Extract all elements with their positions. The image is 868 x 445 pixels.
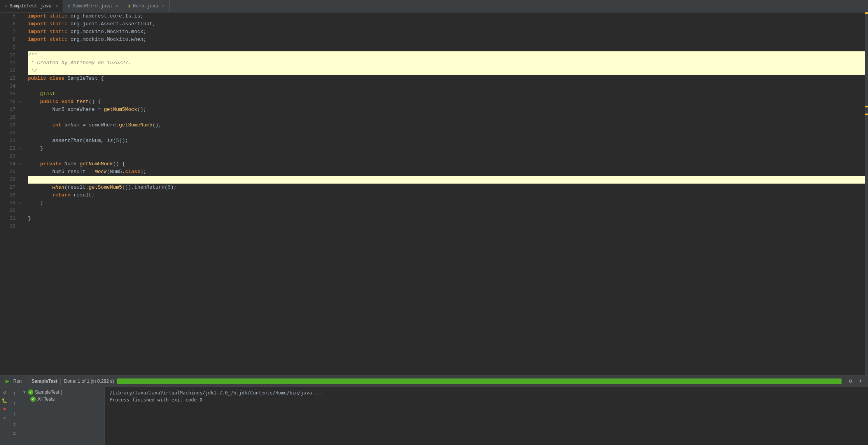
tab-close-somewhere[interactable]: × (116, 4, 119, 9)
line-num-31: 31 (0, 215, 16, 223)
code-line-23 (28, 152, 868, 160)
code-line-28: return result; (28, 191, 868, 199)
code-line-19: int anNum = someWhere.getSomeNum5(); (28, 121, 868, 129)
line-num-29: 29 (0, 199, 16, 207)
output-line-2: Process finished with exit code 0 (110, 397, 863, 403)
fold-arrow-16[interactable]: ▽ (19, 98, 25, 106)
line-num-12: 12 (0, 67, 16, 75)
line-num-13: 13 (0, 75, 16, 82)
line-num-5: 5 (0, 12, 16, 20)
left-icons-column: ↺ 🐛 ■ ✕ (0, 387, 9, 445)
panel-run-label: Run (13, 378, 22, 384)
code-line-8: import static org.mockito.Mockito.when; (28, 36, 868, 44)
tree-triangle-sampletest: ▼ (23, 390, 26, 394)
line-num-16: 16 (0, 98, 16, 106)
line-num-26: 26 (0, 176, 16, 184)
editor-area: 5 6 7 8 9 10 11 12 13 14 15 16 17 18 19 … (0, 12, 868, 375)
test-tree-content: ▼ ✓ SampleTest ( ✓ All Tests (19, 387, 105, 445)
progress-section: Done: 1 of 1 (in 0.282 s) (64, 378, 845, 384)
line-num-8: 8 (0, 36, 16, 44)
tab-close-num5[interactable]: × (162, 4, 165, 9)
gear-button[interactable]: ⚙ (846, 377, 855, 385)
code-line-14 (28, 82, 868, 90)
line-num-17: 17 (0, 106, 16, 114)
nav-arrows-col: ↕ ↑ ↓ ⇕ ≡ (9, 387, 19, 445)
run-icon[interactable]: ▶ (3, 377, 12, 385)
progress-bar-inner (117, 378, 842, 384)
line-numbers: 5 6 7 8 9 10 11 12 13 14 15 16 17 18 19 … (0, 12, 19, 375)
code-content[interactable]: import static org.hamcrest.core.Is.is; i… (25, 12, 868, 375)
output-line-1: /Library/Java/JavaVirtualMachines/jdk1.7… (110, 390, 863, 396)
code-line-30 (28, 207, 868, 215)
close-panel-icon[interactable]: ✕ (1, 414, 8, 421)
panel-left-section: ↕ ↑ ↓ ⇕ ≡ ▼ ✓ SampleTest ( ✓ All Tests (9, 387, 105, 445)
fold-gutter: ▽ ▷ ▽ ▷ (19, 12, 25, 375)
progress-bar (117, 378, 842, 384)
gutter-mark-line11 (865, 114, 868, 115)
code-line-7: import static org.mockito.Mockito.mock; (28, 28, 868, 36)
fold-close-29[interactable]: ▷ (19, 199, 25, 207)
tree-item-sampletest[interactable]: ▼ ✓ SampleTest ( (19, 389, 105, 396)
stop-icon[interactable]: ■ (1, 406, 8, 413)
fold-arrow-24[interactable]: ▽ (19, 160, 25, 168)
tab-bar: ✓ SampleTest.java × C SomeWhere.java × I… (0, 0, 868, 12)
code-container: 5 6 7 8 9 10 11 12 13 14 15 16 17 18 19 … (0, 12, 868, 375)
tree-item-alltests[interactable]: ✓ All Tests (19, 396, 105, 403)
nav-up-btn[interactable]: ↑ (10, 399, 19, 408)
tab-close-sample[interactable]: × (56, 4, 58, 9)
gutter-mark-top (865, 12, 868, 14)
code-line-12: */ (28, 67, 868, 75)
test-tree: ▼ ✓ SampleTest ( ✓ All Tests (19, 387, 105, 445)
line-num-7: 7 (0, 28, 16, 36)
tree-label-sampletest: SampleTest ( (35, 389, 62, 395)
line-num-21: 21 (0, 137, 16, 145)
line-num-22: 22 (0, 145, 16, 152)
right-gutter (865, 12, 868, 375)
rerun-icon[interactable]: ↺ (1, 389, 8, 396)
toolbar-sep-1 (28, 378, 28, 385)
line-num-6: 6 (0, 20, 16, 28)
line-num-15: 15 (0, 90, 16, 98)
line-num-11: 11 (0, 59, 16, 67)
fold-close-22[interactable]: ▷ (19, 145, 25, 152)
line-num-32: 32 (0, 223, 16, 230)
status-text: Done: 1 of 1 (in 0.282 s) (64, 378, 114, 384)
line-num-24: 24 (0, 160, 16, 168)
tab-icon-sample: ✓ (5, 4, 7, 9)
debug-icon[interactable]: 🐛 (1, 397, 8, 404)
line-num-28: 28 (0, 191, 16, 199)
code-line-32 (28, 223, 868, 230)
line-num-9: 9 (0, 44, 16, 51)
gear-area: ⚙ ⬇ (846, 377, 865, 385)
nav-expand-btn[interactable]: ⇕ (10, 420, 19, 428)
nav-sort-btn[interactable]: ↕ (10, 389, 19, 398)
pass-icon-alltests: ✓ (30, 396, 36, 402)
code-line-26 (28, 176, 868, 184)
nav-down-btn[interactable]: ↓ (10, 410, 19, 418)
tab-somewhere[interactable]: C SomeWhere.java × (63, 0, 123, 12)
code-line-6: import static org.junit.Assert.assertTha… (28, 20, 868, 28)
code-line-29: } (28, 199, 868, 207)
tab-icon-num: I (128, 4, 131, 9)
code-line-31: } (28, 215, 868, 223)
tab-label-num5: Num5.java (133, 4, 158, 9)
tab-icon-some: C (68, 4, 70, 9)
code-line-25: Num5 result = mock(Num5.class); (28, 168, 868, 176)
code-line-20 (28, 129, 868, 137)
code-line-27: when(result.getSomeNum5()).thenReturn(5)… (28, 184, 868, 191)
code-line-13: public class SampleTest { (28, 75, 868, 82)
tab-label-sample: SampleTest.java (10, 4, 52, 9)
bottom-panel: ▶ Run SampleTest Done: 1 of 1 (in 0.282 … (0, 375, 868, 445)
line-num-10: 10 (0, 51, 16, 59)
code-line-10: /** (28, 51, 868, 59)
code-line-15: @Test (28, 90, 868, 98)
tab-num5[interactable]: I Num5.java × (123, 0, 170, 12)
line-num-23: 23 (0, 152, 16, 160)
nav-filter-btn[interactable]: ≡ (10, 430, 19, 438)
line-num-20: 20 (0, 129, 16, 137)
tab-label-somewhere: SomeWhere.java (73, 4, 112, 9)
line-num-30: 30 (0, 207, 16, 215)
download-button[interactable]: ⬇ (856, 377, 865, 385)
pass-icon-sampletest: ✓ (28, 389, 33, 395)
tab-sampletest[interactable]: ✓ SampleTest.java × (0, 0, 63, 12)
